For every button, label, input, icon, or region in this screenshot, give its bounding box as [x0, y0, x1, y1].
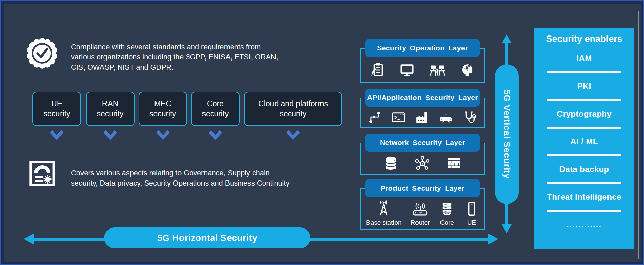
- arrow-right-head-icon: [488, 234, 498, 244]
- smartphone-icon: [464, 200, 479, 217]
- enabler-item-iam: IAM: [576, 46, 592, 71]
- enablers-title: Security enablers: [546, 34, 622, 44]
- layer-title: Product Security Layer: [381, 184, 465, 192]
- arrow-down-head-icon: [502, 224, 512, 233]
- chevron-down-icon: [208, 130, 223, 141]
- coverage-text: Covers various aspects relating to Gover…: [71, 168, 321, 188]
- api-application-layer-header: API/Application Security Layer: [365, 89, 480, 107]
- operations-desk-icon: [429, 62, 446, 78]
- chevron-down-icon: [103, 130, 118, 141]
- vertical-security-pill: 5G Vertical Security: [495, 64, 519, 204]
- monitor-icon: [399, 62, 415, 78]
- router-icon: [411, 200, 429, 217]
- enabler-item-threat-intelligence: Threat Intelligence: [547, 184, 621, 210]
- domain-box-label: RAN security: [91, 99, 130, 119]
- clipboard-pencil-icon: [369, 62, 385, 78]
- layer-title: Security Operation Layer: [377, 44, 468, 52]
- domain-box-ue: UE security: [32, 92, 81, 126]
- product-item-label: Core: [440, 219, 454, 226]
- core-server-icon: [439, 201, 455, 217]
- enabler-item-cryptography: Cryptography: [557, 101, 612, 127]
- certified-badge-icon: [26, 37, 58, 69]
- layer-title: API/Application Security Layer: [367, 94, 478, 102]
- chevron-down-icon: [156, 130, 170, 141]
- domain-box-label: UE security: [37, 99, 76, 119]
- security-operation-layer-header: Security Operation Layer: [365, 39, 480, 57]
- product-item-label: Base station: [366, 219, 402, 226]
- horizontal-security-pill: 5G Horizontal Security: [104, 227, 310, 248]
- diagram-root: Compliance with several standards and re…: [0, 0, 644, 265]
- user-network-icon: [414, 155, 430, 171]
- horizontal-security-label: 5G Horizontal Security: [157, 233, 257, 243]
- terminal-icon: [391, 110, 406, 124]
- enabler-item-more-dots: ............: [567, 212, 602, 238]
- domain-box-label: MEC security: [143, 99, 182, 119]
- audit-gauge-icon: [28, 160, 56, 187]
- product-item-ue: UE: [464, 197, 479, 226]
- vertical-security-label: 5G Vertical Security: [502, 90, 512, 179]
- domain-box-label: Core security: [196, 99, 235, 119]
- domain-box-cloud: Cloud and platforms security: [244, 92, 342, 126]
- product-item-label: UE: [467, 219, 476, 226]
- chevron-down-icon: [49, 130, 64, 141]
- security-enablers-panel: Security enablers IAM PKI Cryptography A…: [534, 28, 634, 249]
- product-item-label: Router: [410, 219, 430, 226]
- enabler-item-data-backup: Data backup: [559, 156, 609, 182]
- factory-icon: [415, 110, 430, 125]
- product-layer-header: Product Security Layer: [365, 179, 480, 197]
- arrow-up-head-icon: [502, 34, 512, 43]
- arrow-left-head-icon: [24, 234, 34, 244]
- car-icon: [438, 110, 454, 125]
- stethoscope-icon: [462, 110, 477, 125]
- layer-icon-row: Base station Router: [361, 197, 484, 229]
- workflow-nodes-icon: [368, 110, 382, 124]
- head-gears-icon: [460, 62, 476, 78]
- domain-box-core: Core security: [191, 92, 240, 126]
- enabler-item-ai-ml: AI / ML: [570, 129, 598, 154]
- domain-box-ran: RAN security: [86, 92, 135, 126]
- diagram-canvas: Compliance with several standards and re…: [4, 4, 641, 262]
- layer-title: Network Security Layer: [380, 139, 465, 147]
- database-icon: [383, 155, 399, 171]
- domain-box-label: Cloud and platforms security: [249, 99, 337, 119]
- firewall-icon: [446, 155, 462, 171]
- product-item-base-station: Base station: [366, 197, 402, 226]
- chevron-down-icon: [286, 130, 301, 141]
- network-layer-header: Network Security Layer: [365, 134, 480, 152]
- enabler-item-pki: PKI: [577, 73, 591, 99]
- base-station-icon: [375, 200, 392, 217]
- domain-box-mec: MEC security: [139, 92, 187, 126]
- product-item-router: Router: [410, 197, 430, 226]
- product-item-core: Core: [439, 197, 455, 226]
- compliance-text: Compliance with several standards and re…: [71, 42, 314, 72]
